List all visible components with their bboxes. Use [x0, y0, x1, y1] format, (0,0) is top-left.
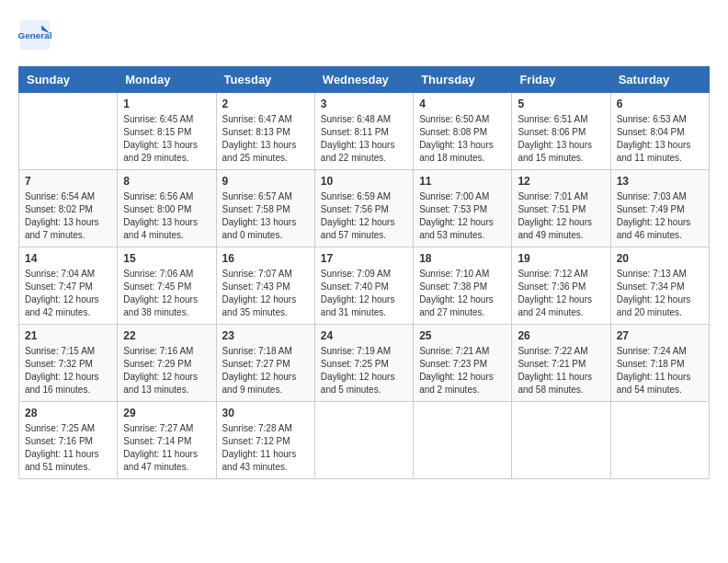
cell-content: Sunrise: 7:21 AM Sunset: 7:23 PM Dayligh… — [419, 345, 506, 396]
day-number: 9 — [222, 175, 309, 188]
page-header: General — [18, 18, 710, 52]
cell-content: Sunrise: 6:54 AM Sunset: 8:02 PM Dayligh… — [25, 190, 111, 242]
calendar-cell: 21Sunrise: 7:15 AM Sunset: 7:32 PM Dayli… — [19, 325, 118, 402]
cell-content: Sunrise: 6:53 AM Sunset: 8:04 PM Dayligh… — [617, 113, 703, 165]
day-number: 28 — [25, 407, 111, 419]
calendar-cell: 11Sunrise: 7:00 AM Sunset: 7:53 PM Dayli… — [414, 170, 512, 247]
day-number: 16 — [222, 252, 309, 265]
day-number: 23 — [222, 329, 309, 342]
calendar-cell — [314, 402, 413, 479]
calendar-cell — [512, 402, 610, 479]
calendar-cell: 25Sunrise: 7:21 AM Sunset: 7:23 PM Dayli… — [414, 325, 512, 402]
calendar-cell: 27Sunrise: 7:24 AM Sunset: 7:18 PM Dayli… — [610, 325, 709, 402]
cell-content: Sunrise: 7:22 AM Sunset: 7:21 PM Dayligh… — [518, 345, 604, 396]
day-number: 12 — [518, 175, 604, 188]
calendar-cell: 23Sunrise: 7:18 AM Sunset: 7:27 PM Dayli… — [216, 325, 314, 402]
calendar-cell: 24Sunrise: 7:19 AM Sunset: 7:25 PM Dayli… — [314, 325, 413, 402]
day-number: 26 — [518, 329, 604, 342]
calendar-cell: 18Sunrise: 7:10 AM Sunset: 7:38 PM Dayli… — [414, 247, 512, 325]
cell-content: Sunrise: 7:07 AM Sunset: 7:43 PM Dayligh… — [222, 268, 309, 319]
header-sunday: Sunday — [19, 67, 118, 93]
calendar-cell: 26Sunrise: 7:22 AM Sunset: 7:21 PM Dayli… — [512, 325, 610, 402]
day-number: 22 — [123, 329, 210, 342]
cell-content: Sunrise: 7:25 AM Sunset: 7:16 PM Dayligh… — [25, 422, 111, 474]
calendar-cell: 19Sunrise: 7:12 AM Sunset: 7:36 PM Dayli… — [512, 247, 610, 325]
day-number: 6 — [617, 98, 703, 110]
cell-content: Sunrise: 7:00 AM Sunset: 7:53 PM Dayligh… — [419, 190, 506, 242]
header-thursday: Thursday — [414, 67, 512, 93]
day-number: 4 — [419, 98, 506, 110]
day-number: 15 — [123, 252, 210, 265]
logo: General — [18, 18, 55, 52]
calendar-cell: 9Sunrise: 6:57 AM Sunset: 7:58 PM Daylig… — [216, 170, 314, 247]
calendar-cell: 20Sunrise: 7:13 AM Sunset: 7:34 PM Dayli… — [610, 247, 709, 325]
calendar-cell: 10Sunrise: 6:59 AM Sunset: 7:56 PM Dayli… — [314, 170, 413, 247]
day-number: 24 — [321, 329, 407, 342]
calendar-table: SundayMondayTuesdayWednesdayThursdayFrid… — [18, 66, 710, 479]
day-number: 21 — [25, 329, 111, 342]
day-number: 7 — [25, 175, 111, 188]
day-number: 5 — [518, 98, 604, 110]
cell-content: Sunrise: 7:15 AM Sunset: 7:32 PM Dayligh… — [25, 345, 111, 396]
calendar-cell: 17Sunrise: 7:09 AM Sunset: 7:40 PM Dayli… — [314, 247, 413, 325]
header-wednesday: Wednesday — [314, 67, 413, 93]
cell-content: Sunrise: 6:51 AM Sunset: 8:06 PM Dayligh… — [518, 113, 604, 165]
cell-content: Sunrise: 6:56 AM Sunset: 8:00 PM Dayligh… — [123, 190, 210, 242]
day-number: 19 — [518, 252, 604, 265]
header-saturday: Saturday — [610, 67, 709, 93]
header-monday: Monday — [118, 67, 216, 93]
calendar-cell: 7Sunrise: 6:54 AM Sunset: 8:02 PM Daylig… — [19, 170, 118, 247]
header-tuesday: Tuesday — [216, 67, 314, 93]
cell-content: Sunrise: 7:24 AM Sunset: 7:18 PM Dayligh… — [617, 345, 703, 396]
calendar-cell: 8Sunrise: 6:56 AM Sunset: 8:00 PM Daylig… — [118, 170, 216, 247]
calendar-cell: 30Sunrise: 7:28 AM Sunset: 7:12 PM Dayli… — [216, 402, 314, 479]
cell-content: Sunrise: 7:28 AM Sunset: 7:12 PM Dayligh… — [222, 422, 309, 474]
day-number: 2 — [222, 98, 309, 110]
day-number: 3 — [321, 98, 407, 110]
cell-content: Sunrise: 7:06 AM Sunset: 7:45 PM Dayligh… — [123, 268, 210, 319]
cell-content: Sunrise: 7:27 AM Sunset: 7:14 PM Dayligh… — [123, 422, 210, 474]
calendar-cell: 3Sunrise: 6:48 AM Sunset: 8:11 PM Daylig… — [314, 93, 413, 170]
cell-content: Sunrise: 7:13 AM Sunset: 7:34 PM Dayligh… — [617, 268, 703, 319]
calendar-cell: 13Sunrise: 7:03 AM Sunset: 7:49 PM Dayli… — [610, 170, 709, 247]
calendar-cell: 2Sunrise: 6:47 AM Sunset: 8:13 PM Daylig… — [216, 93, 314, 170]
cell-content: Sunrise: 7:09 AM Sunset: 7:40 PM Dayligh… — [321, 268, 407, 319]
calendar-cell: 14Sunrise: 7:04 AM Sunset: 7:47 PM Dayli… — [19, 247, 118, 325]
logo-icon: General — [18, 18, 51, 52]
cell-content: Sunrise: 7:04 AM Sunset: 7:47 PM Dayligh… — [25, 268, 111, 319]
calendar-cell: 5Sunrise: 6:51 AM Sunset: 8:06 PM Daylig… — [512, 93, 610, 170]
calendar-cell: 12Sunrise: 7:01 AM Sunset: 7:51 PM Dayli… — [512, 170, 610, 247]
day-number: 30 — [222, 407, 309, 419]
cell-content: Sunrise: 7:16 AM Sunset: 7:29 PM Dayligh… — [123, 345, 210, 396]
calendar-cell: 28Sunrise: 7:25 AM Sunset: 7:16 PM Dayli… — [19, 402, 118, 479]
calendar-cell: 6Sunrise: 6:53 AM Sunset: 8:04 PM Daylig… — [610, 93, 709, 170]
calendar-body: 1Sunrise: 6:45 AM Sunset: 8:15 PM Daylig… — [19, 93, 710, 479]
cell-content: Sunrise: 7:10 AM Sunset: 7:38 PM Dayligh… — [419, 268, 506, 319]
cell-content: Sunrise: 7:03 AM Sunset: 7:49 PM Dayligh… — [617, 190, 703, 242]
cell-content: Sunrise: 7:12 AM Sunset: 7:36 PM Dayligh… — [518, 268, 604, 319]
cell-content: Sunrise: 6:47 AM Sunset: 8:13 PM Dayligh… — [222, 113, 309, 165]
cell-content: Sunrise: 6:48 AM Sunset: 8:11 PM Dayligh… — [321, 113, 407, 165]
cell-content: Sunrise: 7:18 AM Sunset: 7:27 PM Dayligh… — [222, 345, 309, 396]
cell-content: Sunrise: 6:50 AM Sunset: 8:08 PM Dayligh… — [419, 113, 506, 165]
calendar-cell: 1Sunrise: 6:45 AM Sunset: 8:15 PM Daylig… — [118, 93, 216, 170]
header-friday: Friday — [512, 67, 610, 93]
day-number: 25 — [419, 329, 506, 342]
cell-content: Sunrise: 7:01 AM Sunset: 7:51 PM Dayligh… — [518, 190, 604, 242]
day-number: 18 — [419, 252, 506, 265]
calendar-cell: 4Sunrise: 6:50 AM Sunset: 8:08 PM Daylig… — [414, 93, 512, 170]
calendar-header: SundayMondayTuesdayWednesdayThursdayFrid… — [19, 67, 710, 93]
cell-content: Sunrise: 6:45 AM Sunset: 8:15 PM Dayligh… — [123, 113, 210, 165]
calendar-cell: 22Sunrise: 7:16 AM Sunset: 7:29 PM Dayli… — [118, 325, 216, 402]
day-number: 1 — [123, 98, 210, 110]
cell-content: Sunrise: 6:59 AM Sunset: 7:56 PM Dayligh… — [321, 190, 407, 242]
day-number: 14 — [25, 252, 111, 265]
day-number: 8 — [123, 175, 210, 188]
calendar-cell — [19, 93, 118, 170]
calendar-cell: 29Sunrise: 7:27 AM Sunset: 7:14 PM Dayli… — [118, 402, 216, 479]
calendar-cell — [414, 402, 512, 479]
calendar-cell — [610, 402, 709, 479]
day-number: 27 — [617, 329, 703, 342]
cell-content: Sunrise: 7:19 AM Sunset: 7:25 PM Dayligh… — [321, 345, 407, 396]
day-number: 17 — [321, 252, 407, 265]
